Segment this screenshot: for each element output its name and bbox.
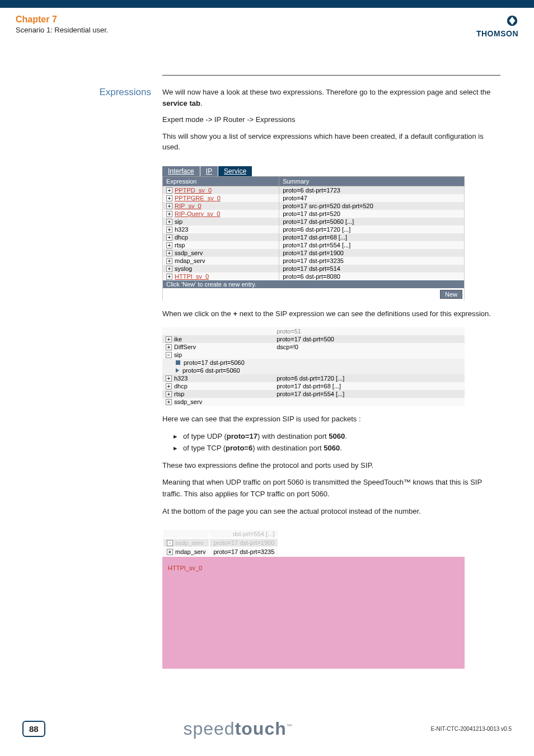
thomson-brand-text: THOMSON <box>476 29 518 38</box>
explain-para3: Meaning that when UDP traffic on port 50… <box>162 477 500 500</box>
scenario-title: Scenario 1: Residential user. <box>16 26 108 34</box>
expand-icon[interactable]: + <box>166 258 172 264</box>
table-row[interactable]: +ssdp_serv <box>163 249 279 257</box>
expand-icon[interactable]: + <box>166 242 172 248</box>
col-summary: Summary <box>279 176 465 186</box>
table-row[interactable]: +ssdp_serv <box>162 398 273 406</box>
expand-icon[interactable]: + <box>166 187 172 194</box>
expand-icon[interactable]: + <box>166 250 172 256</box>
table-row[interactable]: +RIP_sv_0 <box>163 202 279 210</box>
tab-interface[interactable]: Interface <box>162 166 200 176</box>
breadcrumb-path: Expert mode -> IP Router -> Expressions <box>162 114 500 125</box>
expand-icon[interactable]: + <box>166 375 172 382</box>
tab-ip[interactable]: IP <box>200 166 218 176</box>
expand-icon[interactable]: + <box>166 383 172 389</box>
expand-icon[interactable]: + <box>166 399 172 405</box>
sip-detail: proto=17 dst-prt=5060 <box>162 359 465 367</box>
table-row[interactable]: +sip <box>163 218 279 226</box>
table-row[interactable]: +h323 <box>163 226 279 233</box>
expand-icon[interactable]: + <box>166 195 172 201</box>
httpi-label: HTTPI_sv_0 <box>166 562 461 574</box>
expand-icon[interactable]: + <box>166 211 172 217</box>
table-row[interactable]: +h323 <box>162 374 273 382</box>
explain-intro: Here we can see that the expression SIP … <box>162 414 500 425</box>
tab-service[interactable]: Service <box>218 166 252 176</box>
mid-para: When we click on the + next to the SIP e… <box>162 308 500 320</box>
top-bar <box>0 0 534 8</box>
thomson-logo: THOMSON <box>476 15 518 38</box>
page-number: 88 <box>22 721 45 737</box>
table-row[interactable]: +ike <box>162 335 273 343</box>
expand-icon[interactable]: + <box>166 266 172 272</box>
table-row[interactable]: +dhcp <box>162 382 273 390</box>
table-row[interactable]: +DiffServ <box>162 343 273 351</box>
expand-icon[interactable]: + <box>166 274 172 280</box>
table-row[interactable]: +RIP-Query_sv_0 <box>163 210 279 218</box>
explain-para4: At the bottom of the page you can see th… <box>162 506 500 518</box>
intro-para-2: This will show you a list of service exp… <box>162 131 500 153</box>
col-expression: Expression <box>163 176 279 186</box>
expand-icon[interactable]: + <box>166 344 172 350</box>
explain-para2: These two expressions define the protoco… <box>162 460 500 472</box>
expand-icon[interactable]: + <box>166 391 172 397</box>
page-footer: 88 speedtouch™ E-NIT-CTC-20041213-0013 v… <box>0 719 534 739</box>
table-row[interactable]: +rtsp <box>163 241 279 249</box>
pink-overlay: HTTPI_sv_0 <box>162 557 465 669</box>
table-row[interactable]: +HTTPI_sv_0 <box>163 273 279 280</box>
expressions-screenshot: Interface IP Service Expression Summary … <box>162 166 500 300</box>
packet-types-list: of type UDP (proto=17) with destination … <box>174 431 500 454</box>
triangle-icon <box>176 368 179 373</box>
table-row[interactable]: +rtsp <box>162 390 273 398</box>
speedtouch-logo: speedtouch™ <box>183 719 292 739</box>
sip-row[interactable]: −sip <box>162 351 273 359</box>
table-row[interactable]: +syslog <box>163 265 279 273</box>
expand-icon[interactable]: + <box>167 540 173 546</box>
section-label: Expressions <box>34 87 162 158</box>
doc-id: E-NIT-CTC-20041213-0013 v0.5 <box>430 726 512 732</box>
thomson-symbol-icon <box>476 15 518 29</box>
expand-icon[interactable]: + <box>166 219 172 225</box>
sip-expanded-screenshot: proto=51 +ikeproto=17 dst-prt=500+DiffSe… <box>162 327 465 406</box>
divider <box>162 75 500 76</box>
table-row[interactable]: +PPTPD_sv_0 <box>163 186 279 194</box>
table-row[interactable]: +PPTPGRE_sv_0 <box>163 194 279 202</box>
protocol-screenshot: dst-prt=554 [...] +ssdp_servproto=17 dst… <box>162 529 465 669</box>
expand-icon[interactable]: + <box>166 227 172 233</box>
table-row[interactable]: +dhcp <box>163 233 279 241</box>
expand-icon[interactable]: + <box>166 203 172 209</box>
expand-icon[interactable]: + <box>166 234 172 241</box>
list-item: of type TCP (proto=6) with destination p… <box>174 443 500 454</box>
sip-detail: proto=6 dst-prt=5060 <box>162 367 465 374</box>
page-header: Chapter 7 Scenario 1: Residential user. … <box>0 8 534 41</box>
new-button[interactable]: New <box>440 290 462 299</box>
square-icon <box>176 360 180 365</box>
collapse-icon[interactable]: − <box>166 352 172 358</box>
tabs: Interface IP Service <box>162 166 500 176</box>
table-row: +ssdp_serv <box>163 539 209 547</box>
list-item: of type UDP (proto=17) with destination … <box>174 431 500 443</box>
table-footer-hint: Click 'New' to create a new entry. <box>163 280 465 288</box>
chapter-title: Chapter 7 <box>16 15 108 25</box>
intro-para-1: We will now have a look at these two exp… <box>162 87 500 109</box>
expression-table: Expression Summary +PPTPD_sv_0proto=6 ds… <box>162 176 465 300</box>
table-row[interactable]: +mdap_serv <box>163 257 279 265</box>
expand-icon[interactable]: + <box>167 549 173 555</box>
expand-icon[interactable]: + <box>166 336 172 342</box>
table-row: +mdap_serv <box>163 548 209 556</box>
